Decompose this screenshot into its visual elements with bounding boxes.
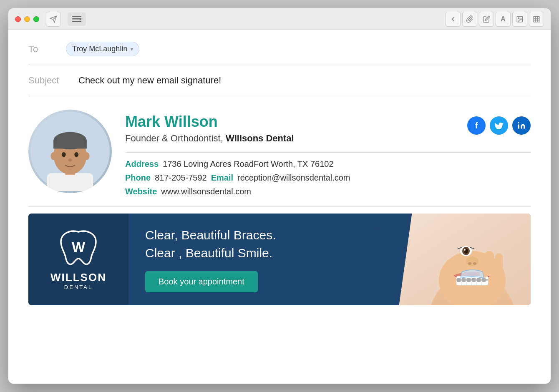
phone-label: Phone	[125, 173, 151, 183]
banner-logo-main: WILLSON	[50, 271, 106, 284]
email-body: To Troy McLaughlin ▾ Subject Check out m…	[8, 30, 551, 384]
svg-marker-5	[80, 18, 81, 20]
svg-rect-4	[72, 21, 81, 22]
to-label: To	[28, 44, 66, 55]
svg-rect-8	[534, 16, 539, 22]
svg-text:W: W	[72, 239, 86, 255]
linkedin-icon[interactable]	[512, 116, 531, 135]
book-appointment-button[interactable]: Book your appointment	[145, 271, 258, 292]
svg-rect-40	[472, 278, 476, 282]
address-value: 1736 Loving Acres RoadFort Worth, TX 761…	[163, 159, 334, 169]
tooth-icon: W	[58, 229, 99, 268]
svg-rect-19	[53, 141, 87, 148]
traffic-lights	[15, 16, 39, 22]
toolbar-icons: A	[446, 12, 544, 27]
svg-point-47	[468, 262, 471, 265]
website-value: www.willsonsdental.com	[161, 187, 251, 196]
signature-section: Mark Willson Founder & Orthodontist, WIl…	[28, 96, 531, 332]
banner-headline-2: Clear , Beautiful Smile.	[145, 245, 372, 261]
svg-point-7	[518, 18, 519, 18]
twitter-icon[interactable]	[490, 116, 508, 135]
table-button[interactable]	[529, 12, 544, 27]
sig-address-row: Address 1736 Loving Acres RoadFort Worth…	[125, 159, 531, 169]
phone-value: 817-205-7592	[155, 173, 207, 183]
sig-company: WIllsons Dental	[226, 133, 294, 143]
back-button[interactable]	[446, 12, 461, 27]
svg-point-48	[473, 262, 476, 265]
subject-row: Subject Check out my new email signature…	[28, 65, 531, 96]
sig-details: Address 1736 Loving Acres RoadFort Worth…	[125, 159, 531, 196]
title-bar-left	[15, 12, 86, 27]
minimize-button[interactable]	[24, 16, 30, 22]
banner: W WILLSON DENTAL Clear, Beautiful Braces…	[28, 214, 531, 305]
maximize-button[interactable]	[33, 16, 39, 22]
image-button[interactable]	[512, 12, 527, 27]
social-icons: f	[467, 116, 531, 135]
email-label: Email	[211, 173, 233, 183]
email-window: A To	[8, 8, 551, 384]
facebook-icon[interactable]: f	[467, 116, 486, 135]
banner-headline-1: Clear, Beautiful Braces.	[145, 227, 372, 243]
sig-phone-email-row: Phone 817-205-7592 Email reception@wills…	[125, 173, 531, 183]
subject-label: Subject	[28, 75, 78, 86]
edit-button[interactable]	[479, 12, 494, 27]
website-label: Website	[125, 187, 157, 196]
banner-logo-text: WILLSON DENTAL	[50, 271, 106, 290]
signature-card: Mark Willson Founder & Orthodontist, WIl…	[28, 110, 531, 207]
svg-point-52	[464, 249, 466, 251]
svg-rect-38	[462, 278, 466, 282]
svg-point-25	[518, 122, 519, 123]
svg-rect-37	[457, 278, 461, 282]
address-label: Address	[125, 159, 159, 169]
svg-rect-39	[467, 278, 471, 282]
svg-point-22	[68, 158, 72, 162]
chevron-down-icon: ▾	[131, 46, 133, 52]
recipient-chip[interactable]: Troy McLaughlin ▾	[66, 42, 139, 56]
close-button[interactable]	[15, 16, 21, 22]
to-row: To Troy McLaughlin ▾	[28, 30, 531, 65]
email-value: reception@willsonsdental.com	[237, 173, 350, 183]
send-button[interactable]	[46, 12, 61, 27]
svg-rect-45	[495, 253, 503, 276]
title-bar: A	[8, 8, 551, 30]
banner-content: Clear, Beautiful Braces. Clear , Beautif…	[128, 214, 389, 305]
svg-rect-15	[47, 173, 93, 191]
list-icon[interactable]	[68, 13, 86, 26]
svg-rect-41	[477, 278, 481, 282]
profile-photo	[28, 110, 112, 193]
banner-logo: W WILLSON DENTAL	[28, 214, 128, 305]
subject-text: Check out my new email signature!	[78, 75, 221, 86]
svg-point-24	[84, 152, 89, 160]
svg-point-46	[466, 256, 478, 266]
svg-point-20	[62, 152, 66, 157]
recipient-name: Troy McLaughlin	[72, 45, 127, 53]
svg-point-23	[50, 152, 56, 160]
svg-rect-2	[72, 16, 81, 17]
font-button[interactable]: A	[496, 12, 511, 27]
attach-button[interactable]	[462, 12, 477, 27]
banner-logo-sub: DENTAL	[50, 284, 106, 290]
sig-website-row: Website www.willsonsdental.com	[125, 187, 531, 196]
svg-point-21	[74, 152, 78, 157]
banner-image	[389, 214, 531, 305]
